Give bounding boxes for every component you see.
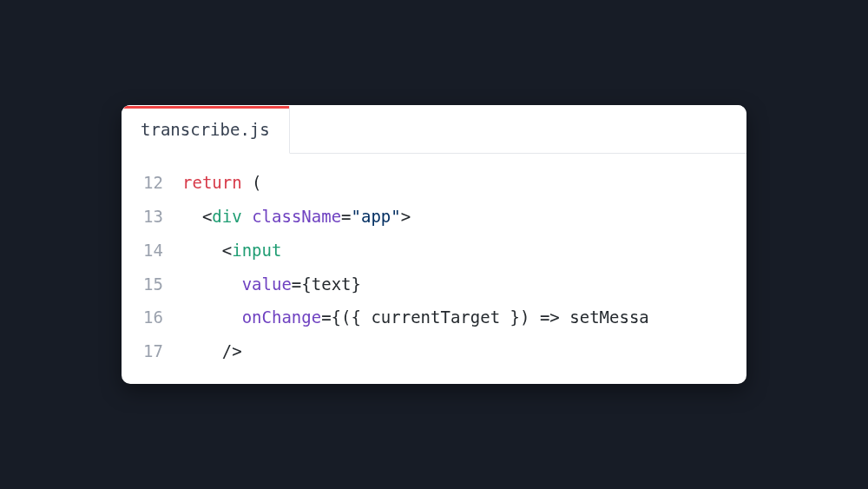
code-line: 12return ( <box>122 166 746 200</box>
tab-filename: transcribe.js <box>141 120 270 139</box>
line-number: 16 <box>122 301 182 334</box>
code-line: 16 onChange={({ currentTarget }) => setM… <box>122 301 746 334</box>
code-content: value={text} <box>182 268 361 301</box>
code-content: return ( <box>182 166 262 200</box>
line-number: 13 <box>122 200 182 234</box>
tab-bar: transcribe.js <box>122 105 746 154</box>
code-line: 14 <input <box>122 234 746 268</box>
code-area[interactable]: 12return (13 <div className="app">14 <in… <box>122 154 746 385</box>
code-content: <div className="app"> <box>182 200 411 234</box>
code-content: <input <box>182 234 281 268</box>
line-number: 14 <box>122 234 182 268</box>
line-number: 17 <box>122 334 182 368</box>
code-content: /> <box>182 334 242 368</box>
code-line: 15 value={text} <box>122 268 746 301</box>
editor-window: transcribe.js 12return (13 <div classNam… <box>122 105 746 385</box>
line-number: 12 <box>122 166 182 200</box>
tab-transcribe-js[interactable]: transcribe.js <box>122 106 290 154</box>
code-line: 13 <div className="app"> <box>122 200 746 234</box>
code-content: onChange={({ currentTarget }) => setMess… <box>182 301 649 334</box>
code-line: 17 /> <box>122 334 746 368</box>
line-number: 15 <box>122 268 182 301</box>
